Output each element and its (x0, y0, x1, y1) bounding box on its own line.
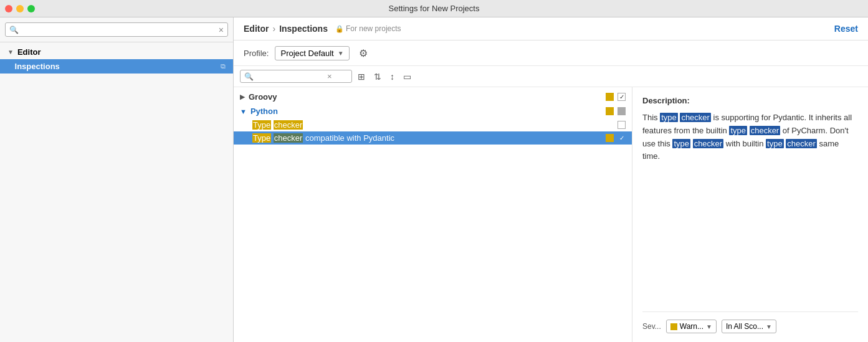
lock-icon: 🔒 (335, 25, 344, 33)
desc-type-hl4: type (766, 139, 784, 148)
search-icon: 🔍 (9, 26, 19, 34)
desc-checker-hl4: checker (786, 139, 817, 148)
groovy-checkbox[interactable] (618, 93, 626, 101)
python-group-label: Python (250, 107, 278, 116)
sort-ascending-icon: ⇅ (374, 72, 381, 82)
type-checker-pydantic-item[interactable]: Type checker compatible with Pydantic (234, 131, 632, 145)
for-new-projects-label: 🔒 For new projects (335, 24, 401, 33)
filter-search-input[interactable]: type checker (256, 72, 325, 81)
severity-dropdown-arrow-icon: ▼ (706, 323, 712, 330)
pydantic-suffix: compatible with Pydantic (305, 133, 394, 143)
collapse-icon: ▭ (403, 72, 411, 82)
breadcrumb-separator: › (272, 24, 275, 34)
type-checker-pydantic-label: Type checker compatible with Pydantic (252, 133, 602, 143)
profile-value: Project Default (280, 49, 333, 58)
severity-dropdown[interactable]: Warn... ▼ (666, 320, 717, 333)
scope-dropdown[interactable]: In All Sco... ▼ (722, 320, 776, 333)
inspection-list: ▶ Groovy ▼ Python Type (234, 87, 632, 342)
sidebar-search-wrapper: 🔍 type checker × (5, 22, 228, 37)
filter-search-wrapper: 🔍 type checker × (240, 70, 352, 83)
profile-bar: Profile: Project Default ▼ ⚙ (234, 40, 868, 66)
type-highlight: Type (252, 120, 271, 130)
scope-dropdown-arrow-icon: ▼ (766, 323, 772, 330)
window-title: Settings for New Projects (389, 4, 480, 13)
profile-select[interactable]: Project Default ▼ (275, 46, 349, 60)
filter-bar: 🔍 type checker × ⊞ ⇅ ↕ ▭ (234, 66, 868, 87)
sort-ascending-button[interactable]: ⇅ (371, 70, 384, 83)
description-text: This type checker is supporting for Pyda… (642, 112, 858, 163)
maximize-button[interactable] (27, 5, 35, 12)
profile-dropdown-arrow-icon: ▼ (338, 50, 344, 57)
severity-color-indicator (670, 323, 677, 330)
checker-highlight: checker (274, 120, 303, 130)
reset-button[interactable]: Reset (834, 24, 858, 34)
window-controls (5, 5, 35, 12)
collapse-all-button[interactable]: ▭ (400, 70, 414, 83)
type-checker-item[interactable]: Type checker (234, 118, 632, 131)
gear-button[interactable]: ⚙ (356, 45, 371, 60)
inspections-area: ▶ Groovy ▼ Python Type (234, 87, 868, 342)
groovy-color-indicator (606, 93, 614, 101)
description-title: Description: (642, 96, 858, 105)
copy-icon: ⧉ (221, 62, 226, 70)
gear-icon: ⚙ (359, 47, 368, 59)
desc-type-hl2: type (729, 126, 747, 135)
desc-checker-hl3: checker (693, 139, 724, 148)
close-button[interactable] (5, 5, 12, 12)
python-arrow-icon: ▼ (240, 108, 247, 115)
profile-label: Profile: (244, 49, 269, 58)
sidebar-inspections-label: Inspections (15, 62, 60, 71)
breadcrumb-inspections: Inspections (279, 24, 328, 34)
severity-bar: Sev... Warn... ▼ In All Sco... ▼ (642, 311, 858, 333)
desc-checker-hl2: checker (750, 126, 781, 135)
filter-clear-icon[interactable]: × (327, 72, 332, 81)
funnel-icon: ⊞ (358, 72, 365, 82)
filter-funnel-button[interactable]: ⊞ (355, 70, 368, 83)
type-highlight2: Type (252, 133, 271, 143)
sort-descending-icon: ↕ (390, 72, 394, 82)
minimize-button[interactable] (16, 5, 24, 12)
type-checker-checkbox[interactable] (618, 121, 626, 129)
pydantic-checkbox[interactable] (618, 134, 626, 142)
severity-label: Sev... (642, 322, 661, 331)
sidebar-search-input[interactable]: type checker (22, 25, 216, 34)
sidebar-item-editor[interactable]: ▼ Editor (0, 45, 233, 59)
groovy-group[interactable]: ▶ Groovy (234, 90, 632, 104)
main-layout: 🔍 type checker × ▼ Editor Inspections ⧉ … (0, 17, 868, 342)
severity-value: Warn... (680, 322, 703, 331)
scope-value: In All Sco... (726, 322, 763, 331)
checker-highlight2: checker (274, 133, 303, 143)
groovy-group-label: Groovy (249, 92, 277, 102)
type-checker-item-label: Type checker (252, 120, 614, 130)
filter-search-icon: 🔍 (244, 72, 254, 81)
editor-arrow-icon: ▼ (7, 49, 14, 55)
title-bar: Settings for New Projects (0, 0, 868, 17)
desc-type-hl3: type (672, 139, 690, 148)
python-group[interactable]: ▼ Python (234, 104, 632, 118)
python-color-indicator (606, 107, 614, 115)
sort-descending-button[interactable]: ↕ (387, 70, 398, 83)
main-content: Editor › Inspections 🔒 For new projects … (234, 17, 868, 342)
sidebar-item-inspections[interactable]: Inspections ⧉ (0, 59, 233, 74)
sidebar-search-clear-icon[interactable]: × (219, 26, 224, 34)
python-checkbox[interactable] (618, 107, 626, 115)
groovy-arrow-icon: ▶ (240, 93, 245, 101)
content-header: Editor › Inspections 🔒 For new projects … (234, 17, 868, 40)
breadcrumb-editor: Editor (244, 24, 269, 34)
desc-checker-hl1: checker (680, 113, 711, 122)
sidebar-editor-label: Editor (17, 47, 41, 57)
inspections-arrow-icon (7, 63, 11, 70)
breadcrumb: Editor › Inspections 🔒 For new projects (244, 24, 401, 34)
description-panel: Description: This type checker is suppor… (632, 87, 868, 342)
desc-type-hl1: type (660, 113, 678, 122)
sidebar-search-bar: 🔍 type checker × (0, 17, 233, 42)
pydantic-color-indicator (606, 134, 614, 142)
sidebar-tree: ▼ Editor Inspections ⧉ (0, 42, 233, 342)
sidebar: 🔍 type checker × ▼ Editor Inspections ⧉ (0, 17, 234, 342)
